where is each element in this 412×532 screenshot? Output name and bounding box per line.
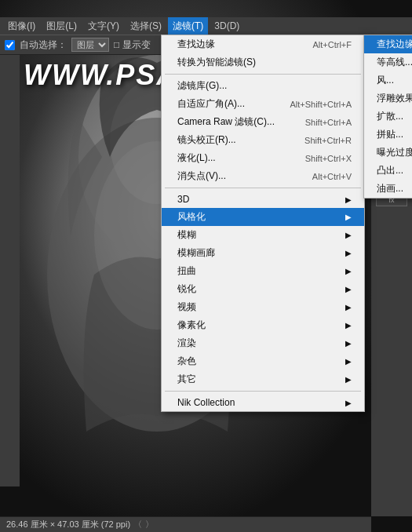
separator-3 <box>165 391 361 392</box>
arrow-icon-distort: ▶ <box>345 267 352 275</box>
menubar-text[interactable]: 文字(Y) <box>83 17 124 35</box>
submenu-item-contour[interactable]: 等高线... <box>364 53 412 71</box>
arrow-icon-sharpen: ▶ <box>345 285 352 293</box>
submenu-item-solarize[interactable]: 曝光过度 <box>364 144 412 162</box>
menu-item-other[interactable]: 其它 ▶ <box>162 370 364 388</box>
menu-item-liquify[interactable]: 液化(L)... Shift+Ctrl+X <box>162 149 364 167</box>
menu-item-camera-raw[interactable]: Camera Raw 滤镜(C)... Shift+Ctrl+A <box>162 113 364 131</box>
menu-item-lens-correct[interactable]: 镜头校正(R)... Shift+Ctrl+R <box>162 131 364 149</box>
menubar: 图像(I) 图层(L) 文字(Y) 选择(S) 滤镜(T) 3D(D) <box>0 17 412 35</box>
arrow-icon-render: ▶ <box>345 339 352 348</box>
menu-item-stylize[interactable]: 风格化 ▶ <box>162 208 364 226</box>
menu-item-smart-filter[interactable]: 转换为智能滤镜(S) <box>162 53 364 71</box>
submenu-item-emboss[interactable]: 浮雕效果... <box>364 89 412 107</box>
menu-item-render[interactable]: 渲染 ▶ <box>162 334 364 352</box>
submenu-item-find-edges[interactable]: 查找边缘 <box>364 35 412 53</box>
submenu-item-tiles[interactable]: 拼贴... <box>364 126 412 144</box>
menu-item-blur[interactable]: 模糊 ▶ <box>162 226 364 244</box>
menu-item-nik-collection[interactable]: Nik Collection ▶ <box>162 394 364 411</box>
submenu-item-diffuse[interactable]: 扩散... <box>364 107 412 126</box>
auto-select-label: 自动选择： <box>20 38 67 52</box>
menu-item-video[interactable]: 视频 ▶ <box>162 298 364 316</box>
arrow-icon-other: ▶ <box>345 375 352 384</box>
arrow-icon-blur-gallery: ▶ <box>345 249 352 257</box>
layer-select[interactable]: 图层 <box>71 38 109 52</box>
menu-item-3d[interactable]: 3D ▶ <box>162 191 364 208</box>
menu-item-vanishing-point[interactable]: 消失点(V)... Alt+Ctrl+V <box>162 167 364 185</box>
separator-2 <box>165 188 361 188</box>
menu-item-noise[interactable]: 杂色 ▶ <box>162 352 364 370</box>
menu-item-adaptive-wide[interactable]: 自适应广角(A)... Alt+Shift+Ctrl+A <box>162 95 364 113</box>
arrow-icon-stylize: ▶ <box>345 213 352 221</box>
statusbar: 26.46 厘米 × 47.03 厘米 (72 ppi) 〈 〉 <box>0 516 371 532</box>
svg-rect-5 <box>0 55 20 486</box>
menu-item-find-edges-top[interactable]: 查找边缘 Alt+Ctrl+F <box>162 35 364 53</box>
menubar-layer[interactable]: 图层(L) <box>42 17 82 35</box>
menubar-3d[interactable]: 3D(D) <box>210 17 244 35</box>
menu-item-sharpen[interactable]: 锐化 ▶ <box>162 280 364 298</box>
submenu-item-oilpaint[interactable]: 油画... <box>364 180 412 198</box>
statusbar-info: 26.46 厘米 × 47.03 厘米 (72 ppi) <box>6 519 130 530</box>
arrow-icon-pixelate: ▶ <box>345 321 352 330</box>
arrow-icon-video: ▶ <box>345 303 352 312</box>
arrow-icon-nik: ▶ <box>345 399 352 407</box>
arrow-icon-noise: ▶ <box>345 357 352 366</box>
statusbar-nav-next[interactable]: 〉 <box>145 519 154 530</box>
submenu-item-wind[interactable]: 风... <box>364 71 412 89</box>
submenu-item-extrude[interactable]: 凸出... <box>364 162 412 180</box>
filter-dropdown-menu: 查找边缘 Alt+Ctrl+F 转换为智能滤镜(S) 滤镜库(G)... 自适应… <box>161 35 365 412</box>
menubar-image[interactable]: 图像(I) <box>3 17 40 35</box>
stylize-submenu: 查找边缘 等高线... 风... 浮雕效果... 扩散... 拼贴... 曝光过… <box>363 35 412 199</box>
statusbar-nav-prev[interactable]: 〈 <box>133 519 142 530</box>
menu-item-pixelate[interactable]: 像素化 ▶ <box>162 316 364 334</box>
separator-1 <box>165 74 361 75</box>
arrow-icon-blur: ▶ <box>345 231 352 239</box>
menu-item-distort[interactable]: 扭曲 ▶ <box>162 262 364 280</box>
auto-select-checkbox[interactable] <box>5 40 15 50</box>
show-transform-label: □ 显示变 <box>114 38 151 52</box>
arrow-icon-3d: ▶ <box>345 195 352 204</box>
menubar-filter[interactable]: 滤镜(T) <box>168 17 208 35</box>
menubar-select[interactable]: 选择(S) <box>126 17 166 35</box>
menu-item-blur-gallery[interactable]: 模糊画廊 ▶ <box>162 244 364 262</box>
menu-item-filter-gallery[interactable]: 滤镜库(G)... <box>162 77 364 95</box>
